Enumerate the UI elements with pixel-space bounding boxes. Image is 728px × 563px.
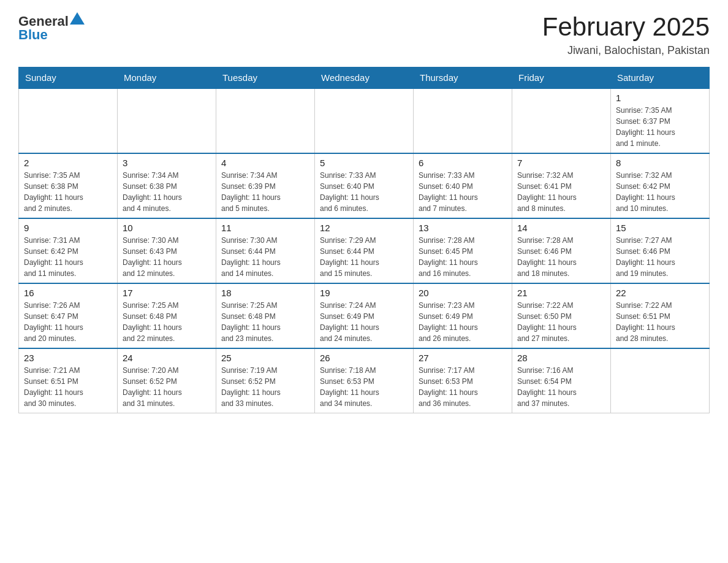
day-info: Sunrise: 7:33 AM Sunset: 6:40 PM Dayligh… xyxy=(419,170,507,214)
day-number: 19 xyxy=(320,288,408,298)
header-tuesday: Tuesday xyxy=(216,67,315,89)
table-row xyxy=(118,88,216,153)
table-row: 22Sunrise: 7:22 AM Sunset: 6:51 PM Dayli… xyxy=(611,283,710,348)
table-row xyxy=(315,88,414,153)
day-info: Sunrise: 7:23 AM Sunset: 6:49 PM Dayligh… xyxy=(419,300,507,344)
table-row: 13Sunrise: 7:28 AM Sunset: 6:45 PM Dayli… xyxy=(414,218,512,283)
day-info: Sunrise: 7:18 AM Sunset: 6:53 PM Dayligh… xyxy=(320,365,408,409)
day-number: 18 xyxy=(221,288,309,298)
header-sunday: Sunday xyxy=(19,67,118,89)
table-row: 28Sunrise: 7:16 AM Sunset: 6:54 PM Dayli… xyxy=(512,348,611,413)
day-number: 14 xyxy=(517,223,605,233)
day-number: 22 xyxy=(616,288,704,298)
day-number: 3 xyxy=(123,158,211,168)
table-row: 7Sunrise: 7:32 AM Sunset: 6:41 PM Daylig… xyxy=(512,153,611,218)
day-number: 20 xyxy=(419,288,507,298)
day-number: 21 xyxy=(517,288,605,298)
day-info: Sunrise: 7:20 AM Sunset: 6:52 PM Dayligh… xyxy=(123,365,211,409)
table-row: 21Sunrise: 7:22 AM Sunset: 6:50 PM Dayli… xyxy=(512,283,611,348)
day-number: 27 xyxy=(419,353,507,363)
day-info: Sunrise: 7:32 AM Sunset: 6:41 PM Dayligh… xyxy=(517,170,605,214)
table-row: 16Sunrise: 7:26 AM Sunset: 6:47 PM Dayli… xyxy=(19,283,118,348)
day-number: 12 xyxy=(320,223,408,233)
table-row: 10Sunrise: 7:30 AM Sunset: 6:43 PM Dayli… xyxy=(118,218,216,283)
table-row: 20Sunrise: 7:23 AM Sunset: 6:49 PM Dayli… xyxy=(414,283,512,348)
day-number: 9 xyxy=(24,223,112,233)
day-number: 10 xyxy=(123,223,211,233)
day-number: 26 xyxy=(320,353,408,363)
day-number: 8 xyxy=(616,158,704,168)
day-info: Sunrise: 7:26 AM Sunset: 6:47 PM Dayligh… xyxy=(24,300,112,344)
day-number: 7 xyxy=(517,158,605,168)
table-row: 11Sunrise: 7:30 AM Sunset: 6:44 PM Dayli… xyxy=(216,218,315,283)
calendar-week-row: 9Sunrise: 7:31 AM Sunset: 6:42 PM Daylig… xyxy=(19,218,710,283)
calendar-week-row: 16Sunrise: 7:26 AM Sunset: 6:47 PM Dayli… xyxy=(19,283,710,348)
table-row xyxy=(19,88,118,153)
day-info: Sunrise: 7:16 AM Sunset: 6:54 PM Dayligh… xyxy=(517,365,605,409)
table-row: 12Sunrise: 7:29 AM Sunset: 6:44 PM Dayli… xyxy=(315,218,414,283)
day-info: Sunrise: 7:21 AM Sunset: 6:51 PM Dayligh… xyxy=(24,365,112,409)
table-row: 17Sunrise: 7:25 AM Sunset: 6:48 PM Dayli… xyxy=(118,283,216,348)
table-row: 24Sunrise: 7:20 AM Sunset: 6:52 PM Dayli… xyxy=(118,348,216,413)
location-subtitle: Jiwani, Balochistan, Pakistan xyxy=(542,44,710,57)
day-info: Sunrise: 7:17 AM Sunset: 6:53 PM Dayligh… xyxy=(419,365,507,409)
header-monday: Monday xyxy=(118,67,216,89)
day-info: Sunrise: 7:29 AM Sunset: 6:44 PM Dayligh… xyxy=(320,235,408,279)
table-row: 1Sunrise: 7:35 AM Sunset: 6:37 PM Daylig… xyxy=(611,88,710,153)
month-title: February 2025 xyxy=(542,12,710,42)
calendar-week-row: 2Sunrise: 7:35 AM Sunset: 6:38 PM Daylig… xyxy=(19,153,710,218)
day-number: 11 xyxy=(221,223,309,233)
table-row: 27Sunrise: 7:17 AM Sunset: 6:53 PM Dayli… xyxy=(414,348,512,413)
calendar-table: Sunday Monday Tuesday Wednesday Thursday… xyxy=(18,67,710,413)
logo: General Blue xyxy=(18,12,85,43)
table-row: 2Sunrise: 7:35 AM Sunset: 6:38 PM Daylig… xyxy=(19,153,118,218)
day-info: Sunrise: 7:31 AM Sunset: 6:42 PM Dayligh… xyxy=(24,235,112,279)
calendar-week-row: 1Sunrise: 7:35 AM Sunset: 6:37 PM Daylig… xyxy=(19,88,710,153)
table-row xyxy=(512,88,611,153)
header-thursday: Thursday xyxy=(414,67,512,89)
day-info: Sunrise: 7:34 AM Sunset: 6:39 PM Dayligh… xyxy=(221,170,309,214)
table-row: 6Sunrise: 7:33 AM Sunset: 6:40 PM Daylig… xyxy=(414,153,512,218)
day-info: Sunrise: 7:25 AM Sunset: 6:48 PM Dayligh… xyxy=(221,300,309,344)
day-number: 13 xyxy=(419,223,507,233)
day-number: 16 xyxy=(24,288,112,298)
table-row: 23Sunrise: 7:21 AM Sunset: 6:51 PM Dayli… xyxy=(19,348,118,413)
day-number: 5 xyxy=(320,158,408,168)
day-number: 4 xyxy=(221,158,309,168)
table-row: 3Sunrise: 7:34 AM Sunset: 6:38 PM Daylig… xyxy=(118,153,216,218)
table-row: 26Sunrise: 7:18 AM Sunset: 6:53 PM Dayli… xyxy=(315,348,414,413)
day-number: 28 xyxy=(517,353,605,363)
calendar-week-row: 23Sunrise: 7:21 AM Sunset: 6:51 PM Dayli… xyxy=(19,348,710,413)
day-info: Sunrise: 7:25 AM Sunset: 6:48 PM Dayligh… xyxy=(123,300,211,344)
logo-wordmark: General Blue xyxy=(18,12,85,43)
logo-triangle-icon xyxy=(70,12,85,25)
day-number: 15 xyxy=(616,223,704,233)
day-info: Sunrise: 7:19 AM Sunset: 6:52 PM Dayligh… xyxy=(221,365,309,409)
table-row: 18Sunrise: 7:25 AM Sunset: 6:48 PM Dayli… xyxy=(216,283,315,348)
calendar-header-row: Sunday Monday Tuesday Wednesday Thursday… xyxy=(19,67,710,89)
table-row: 25Sunrise: 7:19 AM Sunset: 6:52 PM Dayli… xyxy=(216,348,315,413)
header-friday: Friday xyxy=(512,67,611,89)
header-saturday: Saturday xyxy=(611,67,710,89)
day-number: 1 xyxy=(616,93,704,103)
logo-blue-text: Blue xyxy=(18,27,85,43)
day-info: Sunrise: 7:32 AM Sunset: 6:42 PM Dayligh… xyxy=(616,170,704,214)
table-row: 5Sunrise: 7:33 AM Sunset: 6:40 PM Daylig… xyxy=(315,153,414,218)
table-row: 4Sunrise: 7:34 AM Sunset: 6:39 PM Daylig… xyxy=(216,153,315,218)
day-info: Sunrise: 7:35 AM Sunset: 6:37 PM Dayligh… xyxy=(616,105,704,149)
day-info: Sunrise: 7:30 AM Sunset: 6:44 PM Dayligh… xyxy=(221,235,309,279)
day-info: Sunrise: 7:34 AM Sunset: 6:38 PM Dayligh… xyxy=(123,170,211,214)
title-section: February 2025 Jiwani, Balochistan, Pakis… xyxy=(542,12,710,57)
table-row xyxy=(611,348,710,413)
day-number: 2 xyxy=(24,158,112,168)
day-info: Sunrise: 7:22 AM Sunset: 6:51 PM Dayligh… xyxy=(616,300,704,344)
table-row: 14Sunrise: 7:28 AM Sunset: 6:46 PM Dayli… xyxy=(512,218,611,283)
table-row: 9Sunrise: 7:31 AM Sunset: 6:42 PM Daylig… xyxy=(19,218,118,283)
table-row: 8Sunrise: 7:32 AM Sunset: 6:42 PM Daylig… xyxy=(611,153,710,218)
table-row: 19Sunrise: 7:24 AM Sunset: 6:49 PM Dayli… xyxy=(315,283,414,348)
header-wednesday: Wednesday xyxy=(315,67,414,89)
day-info: Sunrise: 7:33 AM Sunset: 6:40 PM Dayligh… xyxy=(320,170,408,214)
page-header: General Blue February 2025 Jiwani, Baloc… xyxy=(18,12,710,57)
day-number: 23 xyxy=(24,353,112,363)
day-info: Sunrise: 7:30 AM Sunset: 6:43 PM Dayligh… xyxy=(123,235,211,279)
